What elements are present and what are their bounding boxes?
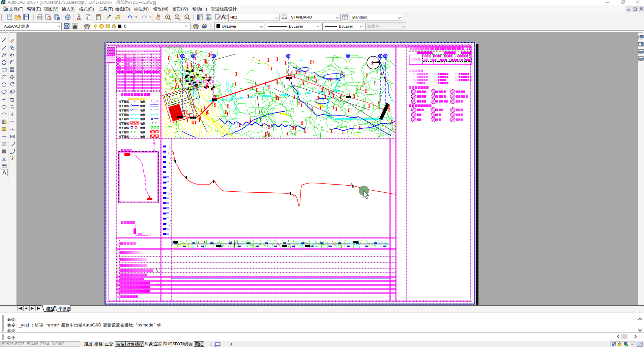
svg-text:地下管线: 地下管线 (118, 104, 129, 107)
svg-text:地下管线: 地下管线 (118, 109, 129, 112)
svg-text:Za: Za (455, 79, 458, 82)
svg-text:7: 7 (117, 278, 118, 280)
svg-text:T: T (413, 82, 415, 85)
svg-text:地物: 地物 (140, 113, 146, 116)
svg-text:z: z (455, 76, 457, 78)
svg-text:地物: 地物 (140, 104, 146, 107)
svg-text:地物: 地物 (140, 100, 146, 103)
svg-text:模型: 模型 (46, 307, 55, 311)
svg-text:平纵图: 平纵图 (58, 307, 71, 311)
svg-text:地物: 地物 (140, 122, 146, 125)
svg-text:地下管线: 地下管线 (118, 126, 129, 129)
svg-text:6: 6 (117, 274, 118, 276)
svg-text:5: 5 (117, 270, 118, 272)
svg-text:8: 8 (117, 282, 118, 284)
svg-text:4: 4 (117, 264, 118, 267)
svg-text:地物: 地物 (140, 126, 146, 129)
svg-text:2: 2 (117, 252, 118, 254)
svg-text:Y: Y (413, 73, 415, 75)
svg-text:地下管线: 地下管线 (118, 135, 129, 138)
svg-text:9: 9 (117, 286, 118, 288)
svg-text:地物: 地物 (140, 135, 146, 138)
svg-text:地下管线: 地下管线 (118, 100, 129, 103)
svg-text:地下管线: 地下管线 (118, 118, 129, 121)
svg-text:3: 3 (117, 258, 118, 261)
svg-text:z: z (413, 76, 415, 78)
svg-text:Y: Y (455, 73, 457, 75)
svg-text:Za: Za (413, 79, 416, 82)
svg-text:z: z (434, 76, 436, 78)
svg-text:地下管线: 地下管线 (118, 113, 129, 116)
svg-text:T: T (434, 82, 436, 85)
svg-text:1: 1 (117, 243, 119, 246)
svg-text:0: 0 (124, 24, 126, 29)
svg-text:地下管线: 地下管线 (118, 122, 129, 125)
svg-text:11: 11 (117, 296, 119, 298)
svg-text:地物: 地物 (140, 109, 146, 112)
svg-text:地下管线: 地下管线 (118, 131, 129, 134)
svg-text:10: 10 (117, 290, 120, 292)
svg-text:Za: Za (434, 79, 437, 82)
svg-text:Y: Y (434, 73, 436, 75)
svg-text:地物: 地物 (140, 118, 146, 121)
svg-text:地物: 地物 (140, 131, 146, 134)
